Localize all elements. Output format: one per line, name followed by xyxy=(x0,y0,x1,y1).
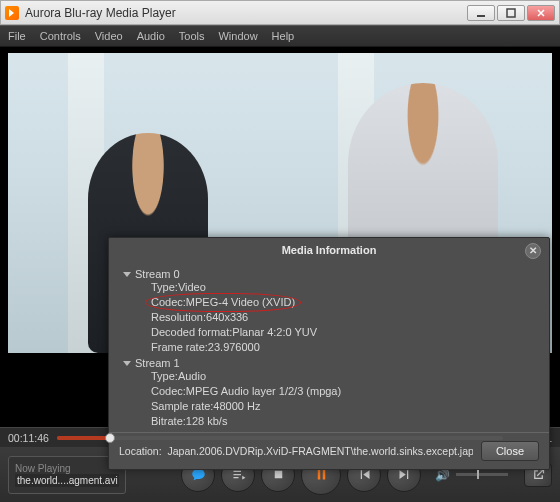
stream-property: Sample rate:48000 Hz xyxy=(123,399,535,414)
window-titlebar: Aurora Blu-ray Media Player xyxy=(0,0,560,25)
dialog-title-text: Media Information xyxy=(282,244,377,256)
time-elapsed: 00:11:46 xyxy=(8,432,49,444)
svg-rect-1 xyxy=(507,9,515,17)
location-row: Location: Japan.2006.DVDRip.XviD-FRAGMEN… xyxy=(119,445,473,457)
seek-fill xyxy=(57,436,111,440)
stream-property: Decoded format:Planar 4:2:0 YUV xyxy=(123,325,535,340)
dialog-body: Stream 0Type:VideoCodec:MPEG-4 Video (XV… xyxy=(109,262,549,432)
dialog-title: Media Information ✕ xyxy=(109,238,549,262)
menu-window[interactable]: Window xyxy=(218,30,257,42)
menu-video[interactable]: Video xyxy=(95,30,123,42)
expand-icon xyxy=(123,272,131,277)
svg-rect-0 xyxy=(477,15,485,17)
stream-name: Stream 0 xyxy=(135,268,180,280)
svg-rect-4 xyxy=(322,470,325,480)
maximize-button[interactable] xyxy=(497,5,525,21)
location-label: Location: xyxy=(119,445,162,457)
stream-property: Type:Video xyxy=(123,280,535,295)
svg-rect-3 xyxy=(317,470,320,480)
video-stage: Media Information ✕ Stream 0Type:VideoCo… xyxy=(0,47,560,427)
menu-tools[interactable]: Tools xyxy=(179,30,205,42)
stream-property: Codec:MPEG-4 Video (XVID) xyxy=(123,295,535,310)
svg-rect-2 xyxy=(274,471,282,479)
seek-track[interactable] xyxy=(57,436,503,440)
menu-audio[interactable]: Audio xyxy=(137,30,165,42)
close-button[interactable]: Close xyxy=(481,441,539,461)
stream-property: Frame rate:23.976000 xyxy=(123,340,535,355)
stream-property: Resolution:640x336 xyxy=(123,310,535,325)
stream-property: Type:Audio xyxy=(123,369,535,384)
stream-header[interactable]: Stream 1 xyxy=(123,357,535,369)
menu-help[interactable]: Help xyxy=(272,30,295,42)
location-value: Japan.2006.DVDRip.XviD-FRAGMENT\the.worl… xyxy=(167,445,472,457)
close-window-button[interactable] xyxy=(527,5,555,21)
stream-property: Codec:MPEG Audio layer 1/2/3 (mpga) xyxy=(123,384,535,399)
dialog-close-icon[interactable]: ✕ xyxy=(525,243,541,259)
volume-slider[interactable] xyxy=(456,473,508,476)
menu-bar: File Controls Video Audio Tools Window H… xyxy=(0,25,560,47)
minimize-button[interactable] xyxy=(467,5,495,21)
menu-file[interactable]: File xyxy=(8,30,26,42)
now-playing-file: the.world....agment.avi xyxy=(15,474,119,487)
stream-header[interactable]: Stream 0 xyxy=(123,268,535,280)
menu-controls[interactable]: Controls xyxy=(40,30,81,42)
stream-name: Stream 1 xyxy=(135,357,180,369)
now-playing-label: Now Playing xyxy=(15,463,119,474)
window-title: Aurora Blu-ray Media Player xyxy=(25,6,467,20)
expand-icon xyxy=(123,361,131,366)
stream-property: Bitrate:128 kb/s xyxy=(123,414,535,429)
app-icon xyxy=(5,6,19,20)
seek-thumb[interactable] xyxy=(105,433,115,443)
window-buttons xyxy=(467,5,555,21)
